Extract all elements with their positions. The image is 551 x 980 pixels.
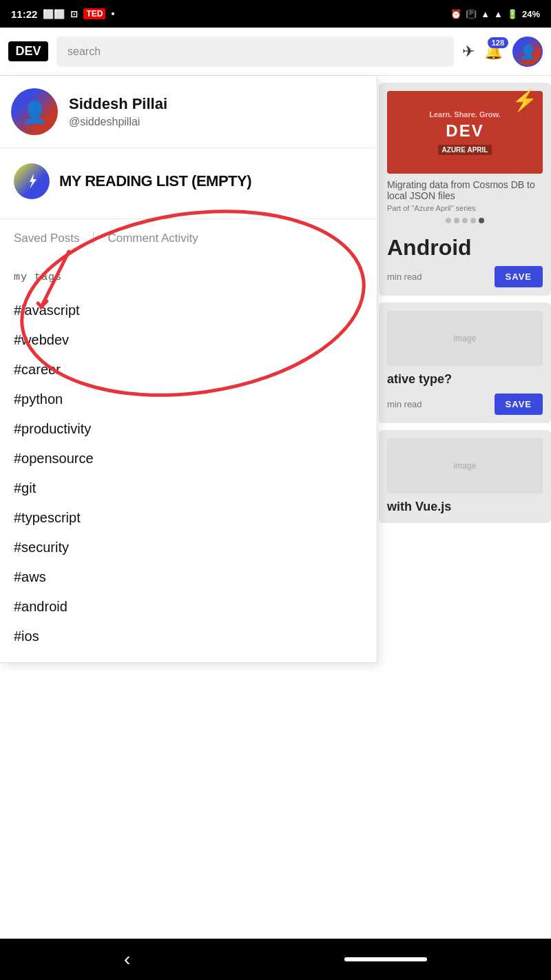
article-image-3: image — [387, 438, 543, 493]
tag-item[interactable]: #aws — [14, 562, 363, 592]
notification-badge: 128 — [488, 37, 508, 48]
right-content-area: ⚡ Learn. Share. Grow. DEV AZURE APRIL Mi… — [379, 76, 551, 529]
article-card-3[interactable]: image with Vue.js — [379, 430, 551, 523]
save-button-2[interactable]: SAVE — [495, 394, 543, 415]
main-content: ⚡ Learn. Share. Grow. DEV AZURE APRIL Mi… — [0, 76, 551, 980]
tag-item[interactable]: #ios — [14, 622, 363, 651]
tag-item[interactable]: #typescript — [14, 503, 363, 533]
ted-icon: TED — [83, 8, 105, 19]
tab-divider — [93, 232, 94, 245]
tag-item[interactable]: #git — [14, 473, 363, 503]
article-title-2: ative type? — [387, 371, 543, 387]
save-button-1[interactable]: SAVE — [495, 266, 543, 287]
status-left: 11:22 ⬜⬜ ⊡ TED • — [11, 8, 114, 20]
article-title-android: Android — [387, 234, 543, 261]
article-min-read-2: min read — [387, 399, 422, 409]
profile-row[interactable]: 👤 Siddesh Pillai @siddeshpillai — [0, 76, 377, 148]
search-placeholder: search — [67, 45, 101, 58]
tags-section: my tags #javascript#webdev#career#python… — [0, 258, 377, 662]
lightning-icon[interactable]: ⚡ — [512, 88, 537, 112]
search-input[interactable]: search — [56, 37, 454, 67]
scan-icon: ⊡ — [70, 9, 78, 19]
battery-percent: 24% — [522, 9, 540, 19]
send-icon[interactable]: ✈ — [462, 43, 475, 61]
tab-saved-posts[interactable]: Saved Posts — [14, 219, 90, 258]
profile-avatar: 👤 — [11, 88, 58, 135]
profile-info: Siddesh Pillai @siddeshpillai — [69, 95, 167, 128]
tag-item[interactable]: #opensource — [14, 444, 363, 473]
tag-item[interactable]: #webdev — [14, 325, 363, 355]
article-title-3: with Vue.js — [387, 499, 543, 515]
tag-item[interactable]: #career — [14, 355, 363, 385]
home-indicator[interactable] — [344, 957, 427, 961]
dev-logo[interactable]: DEV — [8, 41, 48, 61]
top-nav: DEV search ✈ 🔔 128 👤 — [0, 28, 551, 76]
reading-tabs: Saved Posts Comment Activity — [0, 218, 377, 258]
reading-list-section: MY READING LIST (EMPTY) — [0, 148, 377, 199]
tag-item[interactable]: #productivity — [14, 414, 363, 444]
profile-handle: @siddeshpillai — [69, 116, 167, 128]
vibrate-icon: 📳 — [466, 9, 477, 19]
status-time: 11:22 — [11, 8, 37, 20]
back-button[interactable]: ‹ — [124, 948, 130, 970]
profile-name: Siddesh Pillai — [69, 95, 167, 113]
status-right: ⏰ 📳 ▲ ▲ 🔋 24% — [450, 9, 540, 19]
reading-list-header: MY READING LIST (EMPTY) — [14, 163, 363, 199]
battery-icon: 🔋 — [507, 9, 518, 19]
sim-icon: ⬜⬜ — [43, 9, 65, 19]
reading-list-title: MY READING LIST (EMPTY) — [59, 172, 251, 190]
bookmark-icon — [14, 163, 50, 199]
tag-item[interactable]: #android — [14, 592, 363, 622]
svg-marker-0 — [30, 174, 37, 189]
bottom-bar: ‹ — [0, 939, 551, 980]
tab-comment-activity[interactable]: Comment Activity — [96, 219, 209, 258]
article-min-read-1: min read — [387, 272, 422, 282]
notification-button[interactable]: 🔔 128 — [484, 43, 503, 61]
signal-icon: ▲ — [494, 9, 503, 19]
dot-icon: • — [111, 8, 114, 19]
alarm-icon: ⏰ — [450, 9, 461, 19]
nav-icons: ✈ 🔔 128 👤 — [462, 37, 543, 67]
wifi-icon: ▲ — [481, 9, 490, 19]
article-card-1[interactable]: Learn. Share. Grow. DEV AZURE APRIL Migr… — [379, 83, 551, 296]
user-avatar[interactable]: 👤 — [512, 37, 543, 67]
dropdown-panel: 👤 Siddesh Pillai @siddeshpillai MY READI… — [0, 76, 377, 663]
tag-item[interactable]: #python — [14, 385, 363, 414]
article-card-2[interactable]: image ative type? min read SAVE — [379, 303, 551, 422]
my-tags-label: my tags — [14, 272, 363, 283]
article-image-2: image — [387, 311, 543, 366]
status-bar: 11:22 ⬜⬜ ⊡ TED • ⏰ 📳 ▲ ▲ 🔋 24% — [0, 0, 551, 28]
tags-list: #javascript#webdev#career#python#product… — [14, 296, 363, 651]
tag-item[interactable]: #javascript — [14, 296, 363, 325]
tag-item[interactable]: #security — [14, 533, 363, 562]
